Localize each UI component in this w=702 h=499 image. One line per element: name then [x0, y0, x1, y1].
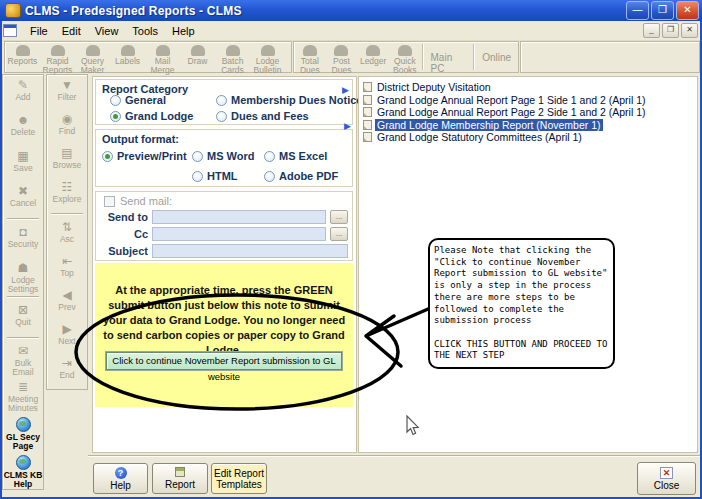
globe-icon: [16, 455, 31, 470]
help-button[interactable]: ? Help: [93, 463, 148, 494]
toolbar-mail-merge-button[interactable]: Mail Merge: [145, 42, 180, 74]
sidebar-item-meeting-minutes[interactable]: ≣Meeting Minutes: [3, 377, 43, 413]
mail-send-to-browse-button[interactable]: ...: [330, 210, 348, 224]
toolbar-post-dues-button[interactable]: Post Dues: [326, 42, 358, 74]
sidebar-item-gl-secy-page[interactable]: GL Secy Page: [3, 413, 43, 451]
toolbar-online-button[interactable]: Online: [475, 42, 518, 63]
report-list-item[interactable]: District Deputy Visitation: [361, 81, 695, 93]
mail-send-to-label: Send to: [98, 211, 148, 223]
sidebar-item-quit[interactable]: ⊠Quit: [3, 300, 43, 335]
radio-icon: [192, 151, 203, 162]
sidebar-item-security[interactable]: ◘Security: [3, 222, 43, 257]
menu-help[interactable]: Help: [165, 23, 202, 39]
format-radio-adobe-pdf[interactable]: Adobe PDF: [264, 170, 338, 182]
report-list-item[interactable]: Grand Lodge Annual Report Page 1 Side 1 …: [361, 94, 695, 106]
toolbar-group-reports: ReportsRapid ReportsQuery MakerLabelsMai…: [4, 41, 292, 73]
toolbar-group-empty: [520, 41, 700, 73]
toolbar-draw-button[interactable]: Draw: [180, 42, 215, 66]
toolbar-batch-cards-button[interactable]: Batch Cards: [215, 42, 250, 74]
sidebar-item-asc[interactable]: ⇅Asc: [47, 217, 87, 251]
sidebar-item-next[interactable]: ▶Next: [47, 319, 87, 353]
sidebar-item-label: Quit: [15, 318, 31, 327]
toolbar-icon: [334, 45, 348, 56]
menu-view[interactable]: View: [88, 23, 126, 39]
sidebar-item-save[interactable]: ▦Save: [3, 146, 43, 181]
report-list-item[interactable]: Grand Lodge Statutory Committees (April …: [361, 131, 695, 143]
report-options-panel: Report Category GeneralGrand LodgeMember…: [92, 76, 357, 453]
child-window-icon: [3, 24, 17, 37]
sidebar-item-prev[interactable]: ◀Prev: [47, 285, 87, 319]
sidebar-item-find[interactable]: ◉Find: [47, 109, 87, 143]
sidebar-item-filter[interactable]: ▼Filter: [47, 75, 87, 109]
submit-instructions-text: At the appropriate time, press the GREEN…: [101, 283, 347, 358]
toolbar-reports-button[interactable]: Reports: [5, 42, 40, 66]
menu-tools[interactable]: Tools: [125, 23, 165, 39]
toolbar-quick-books-button[interactable]: Quick Books: [389, 42, 421, 74]
mail-send-to-input[interactable]: [152, 210, 326, 224]
panel-expand-arrow-icon[interactable]: ▶: [344, 122, 351, 131]
close-window-button[interactable]: ✕: [676, 1, 699, 20]
sheet-icon: ▤: [61, 147, 72, 160]
toolbar-query-maker-button[interactable]: Query Maker: [75, 42, 110, 74]
category-radio-membership-dues-notices[interactable]: Membership Dues Notices: [216, 94, 369, 106]
annotation-note-box: Please Note that clicking the "Click to …: [428, 238, 615, 369]
menu-file[interactable]: File: [23, 23, 55, 39]
sidebar-item-clms-kb-help[interactable]: CLMS KB Help: [3, 451, 43, 489]
sidebar-item-label: Add: [15, 93, 30, 102]
mail-cc-input[interactable]: [152, 227, 326, 241]
toolbar-icon: [121, 45, 135, 56]
edit-report-templates-button[interactable]: Edit Report Templates: [211, 463, 267, 494]
child-minimize-button[interactable]: _: [643, 23, 660, 38]
close-button-label: Close: [654, 480, 680, 491]
restore-button[interactable]: ❐: [651, 1, 674, 20]
sidebar-item-delete[interactable]: ☻Delete: [3, 110, 43, 145]
delete-icon: ☻: [17, 114, 30, 127]
category-radio-grand-lodge[interactable]: Grand Lodge: [110, 110, 193, 122]
sidebar-item-add[interactable]: ✎Add: [3, 75, 43, 110]
sidebar-item-end[interactable]: ⇥End: [47, 353, 87, 387]
report-list-item[interactable]: Grand Lodge Annual Report Page 2 Side 1 …: [361, 106, 695, 118]
category-radio-dues-and-fees[interactable]: Dues and Fees: [216, 110, 309, 122]
toolbar-group-dues: Total DuesPost DuesLedgerQuick BooksMain…: [293, 41, 519, 73]
sidebar-item-top[interactable]: ⇤Top: [47, 251, 87, 285]
sidebar-column-2: ▼Filter◉Find▤Browse☷Explore⇅Asc⇤Top◀Prev…: [46, 74, 88, 390]
continue-submission-button[interactable]: Click to continue November Report submis…: [106, 352, 342, 370]
report-doc-icon: [363, 82, 372, 92]
report-button[interactable]: Report: [152, 463, 208, 494]
toolbar-icon: [226, 45, 240, 56]
child-restore-button[interactable]: ❐: [662, 23, 679, 38]
cancel-x-icon: ✖: [18, 185, 28, 198]
close-button[interactable]: ✕ Close: [637, 462, 696, 495]
send-mail-checkbox[interactable]: [104, 196, 115, 207]
sidebar-item-lodge-settings[interactable]: ☗Lodge Settings: [3, 258, 43, 294]
format-radio-ms-excel[interactable]: MS Excel: [264, 150, 327, 162]
toolbar-labels-button[interactable]: Labels: [110, 42, 145, 66]
toolbar-label: Labels: [115, 57, 140, 66]
category-radio-general[interactable]: General: [110, 94, 166, 106]
toolbar-main-pc-button[interactable]: Main PC: [424, 42, 473, 74]
toolbar-total-dues-button[interactable]: Total Dues: [294, 42, 326, 74]
sidebar-item-explore[interactable]: ☷Explore: [47, 177, 87, 211]
report-list-item[interactable]: Grand Lodge Membership Report (November …: [361, 119, 695, 131]
format-radio-ms-word[interactable]: MS Word: [192, 150, 254, 162]
sidebar-item-cancel[interactable]: ✖Cancel: [3, 181, 43, 216]
mail-subject-input[interactable]: [152, 244, 348, 258]
format-radio-preview-print[interactable]: Preview/Print: [102, 150, 187, 162]
radio-icon: [216, 95, 227, 106]
toolbar-ledger-button[interactable]: Ledger: [357, 42, 389, 66]
toolbar-rapid-reports-button[interactable]: Rapid Reports: [40, 42, 75, 74]
send-mail-panel: Send mail: Send to...Cc...Subject: [95, 191, 353, 261]
toolbar-lodge-bulletin-button[interactable]: Lodge Bulletin: [250, 42, 285, 74]
panel-expand-arrow-icon[interactable]: ▶: [342, 86, 349, 95]
child-close-button[interactable]: ✕: [681, 23, 698, 38]
sidebar-item-bulk-email[interactable]: ✉Bulk Email: [3, 341, 43, 377]
mail-cc-browse-button[interactable]: ...: [330, 227, 348, 241]
toolbar-label: Query Maker: [81, 57, 105, 74]
format-radio-html[interactable]: HTML: [192, 170, 238, 182]
minimize-button[interactable]: —: [626, 1, 649, 20]
sidebar-item-browse[interactable]: ▤Browse: [47, 143, 87, 177]
menu-edit[interactable]: Edit: [55, 23, 88, 39]
next-icon: ▶: [62, 323, 71, 336]
app-window: CLMS - Predesigned Reports - CLMS — ❐ ✕ …: [0, 0, 702, 499]
radio-label: General: [125, 94, 166, 106]
